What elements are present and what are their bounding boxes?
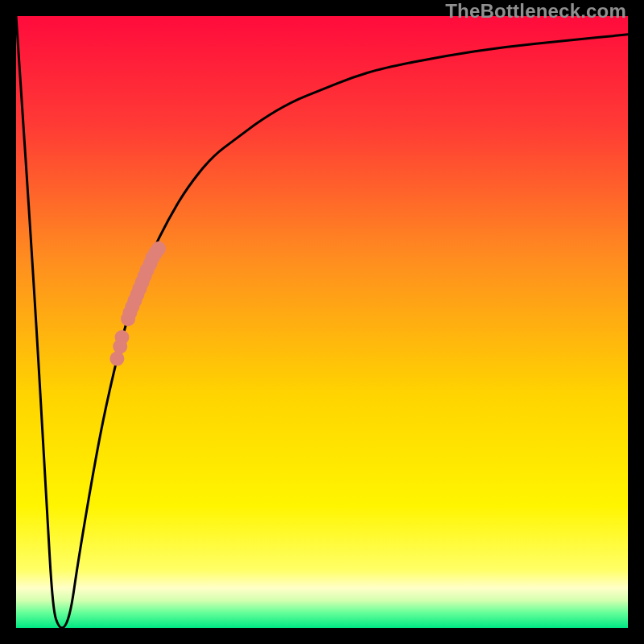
data-point [114,330,129,345]
data-point [151,242,166,256]
watermark-text: TheBottleneck.com [445,0,626,23]
gradient-background [16,16,628,628]
bottleneck-plot [16,16,628,628]
data-point [109,352,124,366]
chart-frame: { "watermark": "TheBottleneck.com", "col… [0,0,644,644]
